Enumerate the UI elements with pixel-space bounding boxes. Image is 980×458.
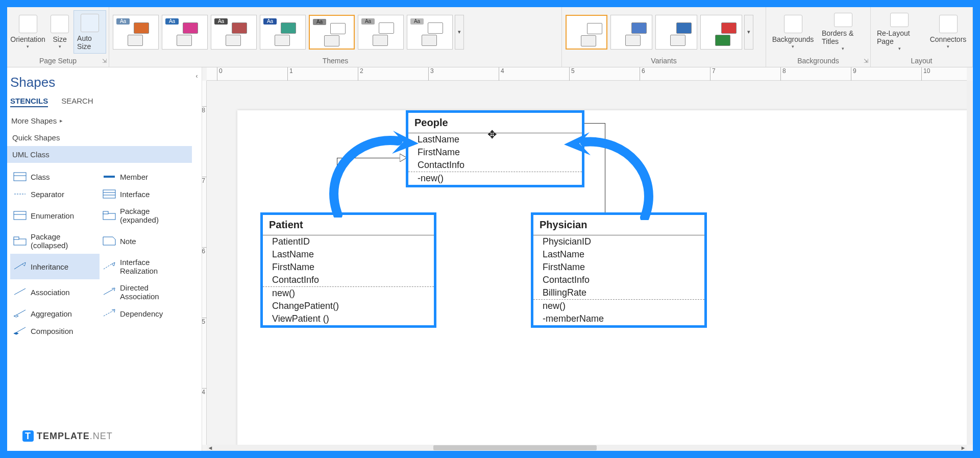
relayout-button[interactable]: Re-Layout Page▾ <box>873 10 925 54</box>
stencil-aggregation[interactable]: Aggregation <box>10 305 100 322</box>
svg-marker-23 <box>14 332 18 334</box>
ribbon-group-themes: Aa Aa Aa Aa Aa Aa Aa ▾ Themes <box>109 7 562 67</box>
uml-class-people[interactable]: People LastName FirstName ContactInfo -n… <box>406 110 584 187</box>
variant-swatch[interactable] <box>566 15 607 50</box>
dependency-icon <box>103 309 116 318</box>
borders-titles-button[interactable]: Borders & Titles▾ <box>818 10 868 54</box>
drawing-page[interactable]: People LastName FirstName ContactInfo -n… <box>207 81 967 445</box>
watermark-logo: T <box>22 430 34 442</box>
stencil-package-collapsed[interactable]: Package (collapsed) <box>10 228 100 254</box>
stencil-class[interactable]: Class <box>10 168 100 185</box>
variant-swatch[interactable] <box>655 15 697 50</box>
stencil-interface[interactable]: Interface <box>100 185 189 203</box>
uml-attribute: LastName <box>263 248 434 261</box>
association-icon <box>13 287 27 297</box>
svg-line-13 <box>14 264 22 269</box>
stencil-package-expanded[interactable]: Package (expanded) <box>100 203 189 228</box>
theme-swatch[interactable]: Aa <box>113 15 159 50</box>
uml-attribute: PatientID <box>263 235 434 248</box>
chevron-right-icon: ▸ <box>60 117 63 124</box>
stencil-member[interactable]: Member <box>100 168 189 185</box>
size-icon <box>51 15 69 33</box>
horizontal-scrollbar[interactable]: ◄ ► <box>207 445 967 451</box>
uml-attribute: LastName <box>533 248 704 261</box>
themes-more-button[interactable]: ▾ <box>455 15 464 50</box>
uml-class-title: Patient <box>263 215 434 235</box>
backgrounds-label: Backgrounds <box>797 57 839 65</box>
shapes-panel-title: Shapes <box>7 67 192 94</box>
quick-shapes-row[interactable]: Quick Shapes <box>7 129 192 146</box>
backgrounds-button[interactable]: Backgrounds▾ <box>769 10 817 54</box>
interface-icon <box>103 189 116 199</box>
page-setup-label: Page Setup <box>39 57 77 65</box>
svg-line-15 <box>104 264 112 269</box>
tab-search[interactable]: SEARCH <box>61 97 93 107</box>
uml-operation: new() <box>263 287 434 300</box>
uml-operation: ChangePatient() <box>263 300 434 312</box>
theme-swatch[interactable]: Aa <box>358 15 404 50</box>
stencil-separator[interactable]: Separator <box>10 185 100 203</box>
svg-marker-16 <box>112 262 115 266</box>
ruler-tick: 5 <box>569 67 575 81</box>
connector-line <box>605 123 605 224</box>
size-button[interactable]: Size▾ <box>47 10 72 54</box>
svg-line-18 <box>104 289 114 295</box>
stencil-inheritance[interactable]: Inheritance <box>10 254 100 279</box>
uml-attribute: FirstName <box>408 146 582 159</box>
interface-realization-icon <box>103 262 116 271</box>
backgrounds-icon <box>784 15 802 33</box>
variants-more-button[interactable]: ▾ <box>744 15 753 50</box>
auto-size-icon <box>81 14 99 32</box>
class-icon <box>13 172 27 181</box>
backgrounds-launcher-icon[interactable]: ⇲ <box>864 58 868 64</box>
svg-rect-12 <box>14 237 19 239</box>
stencil-dependency[interactable]: Dependency <box>100 305 189 322</box>
stencil-enumeration[interactable]: Enumeration <box>10 203 100 228</box>
package-collapsed-icon <box>13 236 27 246</box>
composition-icon <box>13 326 27 335</box>
svg-rect-0 <box>14 173 26 181</box>
theme-swatch[interactable]: Aa <box>407 15 453 50</box>
svg-line-19 <box>16 310 26 315</box>
uml-class-patient[interactable]: Patient PatientID LastName FirstName Con… <box>260 212 436 328</box>
ruler-tick: 6 <box>640 67 645 81</box>
ribbon-group-variants: ▾ Variants <box>562 7 766 67</box>
orientation-icon <box>19 15 37 33</box>
auto-size-button[interactable]: Auto Size <box>74 10 106 54</box>
theme-swatch[interactable]: Aa <box>309 15 355 50</box>
orientation-button[interactable]: Orientation▾ <box>10 10 46 54</box>
stencil-interface-realization[interactable]: Interface Realization <box>100 254 189 279</box>
stencil-note[interactable]: Note <box>100 228 189 254</box>
variant-swatch[interactable] <box>610 15 652 50</box>
uml-class-physician[interactable]: Physician PhysicianID LastName FirstName… <box>531 212 707 328</box>
panel-collapse-button[interactable]: ‹ <box>192 67 202 451</box>
uml-operation: -new() <box>408 172 582 185</box>
theme-swatch[interactable]: Aa <box>260 15 306 50</box>
theme-swatch[interactable]: Aa <box>162 15 208 50</box>
scroll-left-icon[interactable]: ◄ <box>207 445 214 451</box>
stencil-association[interactable]: Association <box>10 279 100 305</box>
stencil-directed-association[interactable]: Directed Association <box>100 279 189 305</box>
member-icon <box>103 172 116 181</box>
variant-swatch[interactable] <box>700 15 742 50</box>
uml-operation: new() <box>533 300 704 312</box>
stencil-composition[interactable]: Composition <box>10 322 100 340</box>
svg-marker-14 <box>22 262 26 266</box>
canvas-area: 0 1 2 3 4 5 6 7 8 9 10 8 7 6 5 4 <box>192 67 973 451</box>
vertical-scrollbar[interactable] <box>967 81 973 445</box>
more-shapes-link[interactable]: More Shapes▸ <box>7 112 192 129</box>
page-setup-launcher-icon[interactable]: ⇲ <box>102 58 107 64</box>
stencil-grid: Class Member Separator Interface Enumera… <box>7 163 192 451</box>
scrollbar-thumb[interactable] <box>433 445 597 450</box>
connectors-button[interactable]: Connectors▾ <box>926 10 970 54</box>
ruler-tick: 2 <box>358 67 363 81</box>
uml-class-row[interactable]: UML Class <box>7 146 192 163</box>
template-net-watermark: T TEMPLATE.NET <box>22 430 113 442</box>
stencil-empty <box>100 322 189 340</box>
borders-icon <box>834 13 852 27</box>
ruler-tick: 9 <box>851 67 856 81</box>
scroll-right-icon[interactable]: ► <box>960 445 967 451</box>
tab-stencils[interactable]: STENCILS <box>10 97 48 107</box>
ribbon-group-page-setup: Orientation▾ Size▾ Auto Size Page Setup⇲ <box>7 7 109 67</box>
theme-swatch[interactable]: Aa <box>211 15 257 50</box>
